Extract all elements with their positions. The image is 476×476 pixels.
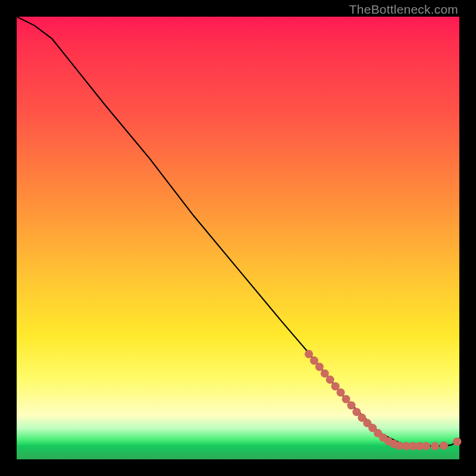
- data-marker: [347, 401, 355, 409]
- data-marker: [395, 441, 403, 450]
- data-marker: [337, 389, 345, 397]
- chart-frame: TheBottleneck.com: [0, 0, 476, 476]
- data-marker: [440, 441, 448, 450]
- chart-svg: [17, 17, 459, 459]
- data-marker: [315, 363, 324, 371]
- data-marker: [431, 442, 439, 450]
- data-marker: [422, 442, 430, 450]
- data-marker: [453, 437, 461, 446]
- plot-area: [17, 17, 459, 459]
- bottleneck-curve: [17, 17, 459, 446]
- data-marker: [326, 375, 334, 384]
- watermark-text: TheBottleneck.com: [349, 2, 458, 17]
- data-marker: [305, 350, 313, 358]
- data-markers: [305, 350, 461, 450]
